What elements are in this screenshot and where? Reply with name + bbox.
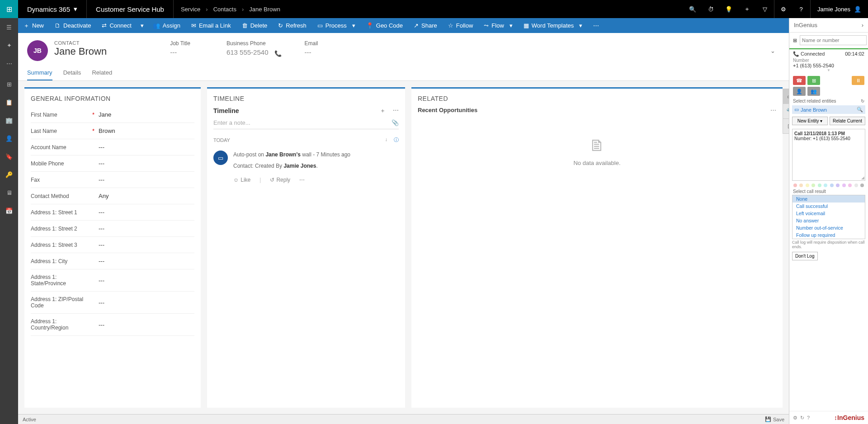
user-avatar-icon: 👤 <box>854 6 861 13</box>
plus-icon: ＋ <box>24 22 29 30</box>
breadcrumb: Service › Contacts › Jane Brown <box>174 6 288 13</box>
flow-button[interactable]: ⤳Flow▾ <box>478 18 518 33</box>
email-icon: ✉ <box>191 22 196 29</box>
command-bar: ＋New 🗋Deactivate ⇄Connect ▾ 👥Assign ✉Ema… <box>18 18 868 33</box>
assign-button[interactable]: 👥Assign <box>147 18 186 33</box>
deactivate-button[interactable]: 🗋Deactivate <box>49 18 96 33</box>
refresh-button[interactable]: ↻Refresh <box>273 18 312 33</box>
left-nav-rail: ☰ ✦ ⋯ ⊞ 📋 🏢 👤 🔖 🔑 🖥 📅 <box>0 18 18 33</box>
deactivate-icon: 🗋 <box>55 22 61 29</box>
follow-button[interactable]: ☆Follow <box>443 18 479 33</box>
email-link-button[interactable]: ✉Email a Link <box>186 18 236 33</box>
new-button[interactable]: ＋New <box>18 18 49 33</box>
chevron-down-icon: ▾ <box>579 22 582 29</box>
help-icon[interactable]: ? <box>792 0 810 18</box>
process-button[interactable]: ▭Process▾ <box>312 18 361 33</box>
breadcrumb-current: Jane Brown <box>249 6 280 13</box>
chevron-right-icon: › <box>206 6 208 13</box>
flow-icon: ⤳ <box>484 22 489 29</box>
trash-icon: 🗑 <box>242 22 248 29</box>
ingenius-panel: InGenius › ⊞ 📞 📞 Connected 00:14:02 Numb… <box>789 18 868 33</box>
search-icon[interactable]: 🔍 <box>684 0 702 18</box>
panel-collapse-icon[interactable]: › <box>862 22 863 28</box>
geocode-button[interactable]: 📍Geo Code <box>361 18 408 33</box>
word-icon: ▦ <box>524 22 529 29</box>
breadcrumb-service[interactable]: Service <box>181 6 200 13</box>
connect-icon: ⇄ <box>102 22 107 29</box>
share-icon: ↗ <box>414 22 419 29</box>
global-nav: ⊞ Dynamics 365 ▾ Customer Service Hub Se… <box>0 0 868 18</box>
star-icon: ☆ <box>448 22 453 29</box>
gear-icon[interactable]: ⚙ <box>774 0 792 18</box>
connect-dropdown[interactable]: ▾ <box>137 18 147 33</box>
assign-icon: 👥 <box>153 22 160 29</box>
filter-icon[interactable]: ▽ <box>756 0 774 18</box>
app-name-text: Dynamics 365 <box>27 5 70 13</box>
user-menu[interactable]: Jamie Jones 👤 <box>810 0 868 18</box>
chevron-down-icon: ▾ <box>509 22 513 29</box>
app-launcher-icon[interactable]: ⊞ <box>0 0 18 18</box>
user-name: Jamie Jones <box>817 6 850 13</box>
app-name[interactable]: Dynamics 365 ▾ <box>18 0 87 18</box>
hamburger-icon[interactable]: ☰ <box>0 18 18 33</box>
process-icon: ▭ <box>317 22 323 29</box>
lightbulb-icon[interactable]: 💡 <box>720 0 738 18</box>
chevron-down-icon: ▾ <box>74 5 77 13</box>
hub-name[interactable]: Customer Service Hub <box>87 0 174 18</box>
add-icon[interactable]: ＋ <box>738 0 756 18</box>
chevron-right-icon: › <box>242 6 244 13</box>
word-templates-button[interactable]: ▦Word Templates▾ <box>518 18 588 33</box>
ingenius-title: InGenius <box>794 22 817 28</box>
share-button[interactable]: ↗Share <box>408 18 443 33</box>
connect-button[interactable]: ⇄Connect <box>96 18 137 33</box>
refresh-icon: ↻ <box>278 22 283 29</box>
chevron-down-icon: ▾ <box>352 22 355 29</box>
more-commands[interactable]: ⋯ <box>588 18 604 33</box>
pin-icon: 📍 <box>366 22 373 29</box>
task-flow-icon[interactable]: ⏱ <box>702 0 720 18</box>
delete-button[interactable]: 🗑Delete <box>236 18 273 33</box>
breadcrumb-contacts[interactable]: Contacts <box>213 6 236 13</box>
